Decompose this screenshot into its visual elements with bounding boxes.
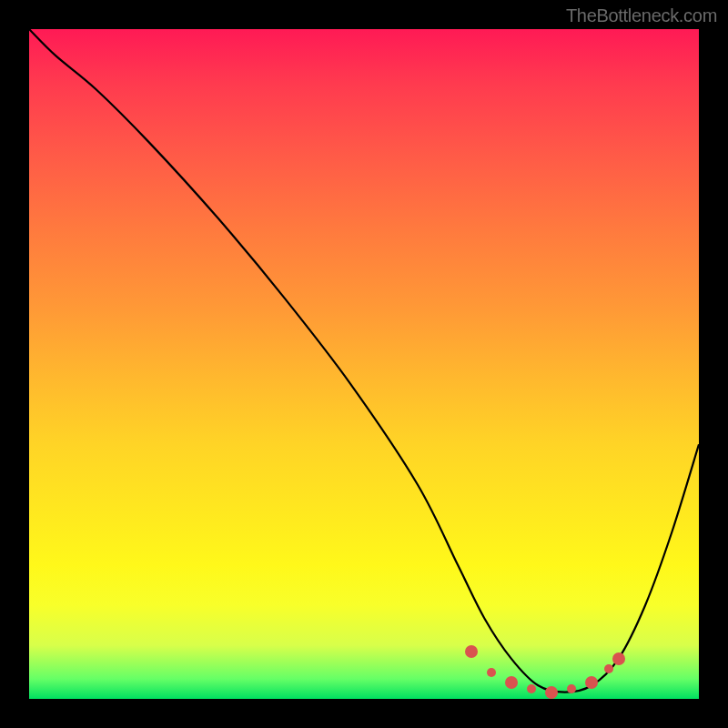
- optimal-marker: [612, 652, 625, 665]
- optimal-marker: [527, 684, 536, 693]
- optimal-marker: [604, 664, 613, 673]
- attribution-text: TheBottleneck.com: [566, 5, 717, 26]
- optimal-marker: [487, 668, 496, 677]
- chart-plot-area: [29, 29, 699, 699]
- optimal-marker: [585, 676, 598, 689]
- optimal-marker: [545, 686, 558, 699]
- optimal-marker: [465, 645, 478, 658]
- optimal-marker: [567, 684, 576, 693]
- optimal-marker: [505, 676, 518, 689]
- optimal-range-markers: [29, 29, 699, 699]
